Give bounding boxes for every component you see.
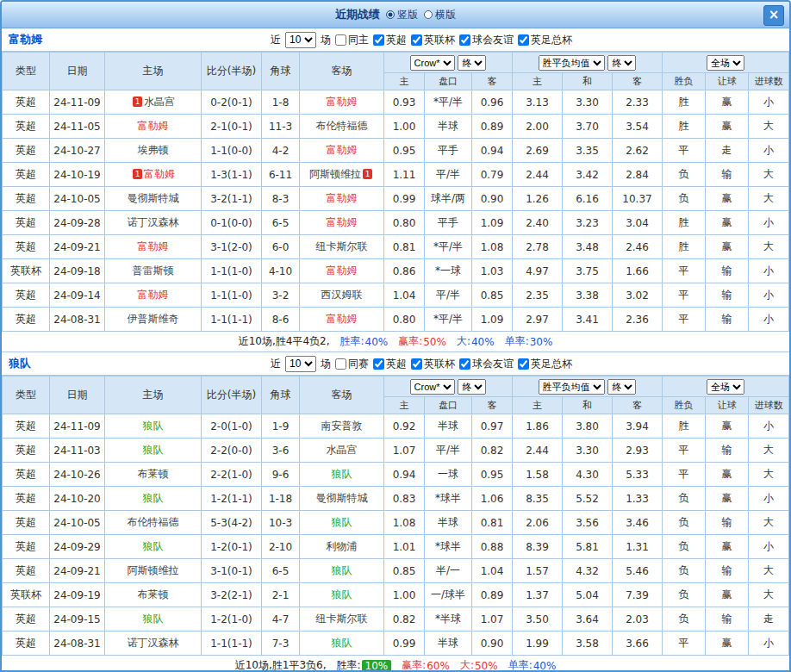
- recent-count-select[interactable]: 10: [285, 32, 316, 48]
- team-link[interactable]: 富勒姆: [138, 120, 169, 132]
- odds-time-select[interactable]: 终: [458, 55, 486, 71]
- team-link[interactable]: 水晶宫: [327, 444, 358, 456]
- team-link[interactable]: 布伦特福德: [316, 120, 368, 132]
- away-team-cell[interactable]: 狼队: [300, 583, 384, 607]
- team-link[interactable]: 狼队: [143, 492, 164, 504]
- home-team-cell[interactable]: 诺丁汉森林: [105, 632, 202, 656]
- away-team-cell[interactable]: 利物浦: [300, 535, 384, 559]
- team-link[interactable]: 富勒姆: [327, 313, 358, 325]
- team-link[interactable]: 狼队: [332, 588, 352, 600]
- league-filter-checkbox[interactable]: [518, 34, 529, 46]
- home-team-cell[interactable]: 狼队: [105, 414, 202, 439]
- away-team-cell[interactable]: 富勒姆: [300, 211, 384, 235]
- home-team-cell[interactable]: 埃弗顿: [105, 139, 202, 163]
- layout-radio-horizontal[interactable]: 横版: [424, 8, 456, 22]
- odds-time-select[interactable]: 终: [458, 379, 486, 395]
- team-link[interactable]: 诺丁汉森林: [128, 637, 179, 649]
- team-link[interactable]: 狼队: [143, 613, 164, 625]
- league-filter-checkbox[interactable]: [373, 34, 384, 46]
- team-link[interactable]: 伊普斯维奇: [128, 313, 179, 325]
- away-team-cell[interactable]: 富勒姆: [300, 187, 384, 211]
- league-filter[interactable]: 英足总杯: [518, 357, 572, 371]
- away-team-cell[interactable]: 富勒姆: [300, 90, 384, 115]
- away-team-cell[interactable]: 水晶宫: [300, 439, 384, 463]
- away-team-cell[interactable]: 南安普敦: [300, 414, 384, 439]
- team-link[interactable]: 南安普敦: [321, 420, 363, 432]
- bookmaker-select[interactable]: Crow*: [410, 379, 455, 395]
- home-team-cell[interactable]: 狼队: [105, 535, 202, 559]
- home-team-cell[interactable]: 布莱顿: [105, 583, 202, 607]
- score-cell[interactable]: 1-1(1-1): [202, 308, 262, 332]
- score-cell[interactable]: 1-1(1-1): [202, 632, 262, 656]
- team-link[interactable]: 富勒姆: [327, 264, 358, 277]
- team-link[interactable]: 狼队: [143, 420, 164, 432]
- away-team-cell[interactable]: 狼队: [300, 559, 384, 583]
- home-team-cell[interactable]: 伊普斯维奇: [105, 308, 202, 332]
- away-team-cell[interactable]: 纽卡斯尔联: [300, 235, 384, 259]
- score-cell[interactable]: 1-2(0-1): [202, 535, 262, 559]
- home-team-cell[interactable]: 狼队: [105, 607, 202, 632]
- away-team-cell[interactable]: 富勒姆: [300, 259, 384, 283]
- league-filter[interactable]: 球会友谊: [459, 33, 514, 47]
- team-link[interactable]: 纽卡斯尔联: [316, 613, 368, 625]
- league-filter-checkbox[interactable]: [518, 358, 529, 370]
- home-team-cell[interactable]: 1水晶宫: [105, 90, 202, 115]
- team-link[interactable]: 富勒姆: [327, 192, 358, 204]
- team-link[interactable]: 埃弗顿: [138, 144, 169, 156]
- team-link[interactable]: 富勒姆: [138, 289, 169, 301]
- avg-time-select[interactable]: 终: [607, 55, 636, 71]
- home-team-cell[interactable]: 1富勒姆: [105, 163, 202, 187]
- score-cell[interactable]: 2-2(1-0): [202, 463, 262, 487]
- league-filter-checkbox[interactable]: [459, 34, 470, 46]
- away-team-cell[interactable]: 狼队: [300, 463, 384, 487]
- team-link[interactable]: 富勒姆: [138, 240, 169, 252]
- bookmaker-select[interactable]: Crow*: [410, 55, 455, 71]
- home-team-cell[interactable]: 狼队: [105, 439, 202, 463]
- team-link[interactable]: 阿斯顿维拉: [128, 564, 179, 576]
- away-team-cell[interactable]: 布伦特福德: [300, 115, 384, 139]
- team-link[interactable]: 狼队: [332, 468, 352, 480]
- score-cell[interactable]: 1-3(1-1): [202, 163, 262, 187]
- same-competition-checkbox[interactable]: [335, 358, 346, 370]
- score-cell[interactable]: 1-2(1-0): [202, 607, 262, 632]
- score-cell[interactable]: 1-2(1-1): [202, 487, 262, 511]
- away-team-cell[interactable]: 富勒姆: [300, 308, 384, 332]
- home-team-cell[interactable]: 狼队: [105, 487, 202, 511]
- team-link[interactable]: 富勒姆: [327, 96, 358, 108]
- score-cell[interactable]: 1-1(1-0): [202, 259, 262, 283]
- team-link[interactable]: 水晶宫: [144, 96, 175, 108]
- team-link[interactable]: 富勒姆: [144, 168, 175, 180]
- same-venue-filter[interactable]: 同主: [335, 33, 369, 47]
- team-link[interactable]: 富勒姆: [327, 216, 358, 228]
- team-link[interactable]: 狼队: [332, 637, 352, 649]
- avg-time-select[interactable]: 终: [607, 379, 636, 395]
- score-cell[interactable]: 2-0(1-0): [202, 414, 262, 439]
- home-team-cell[interactable]: 诺丁汉森林: [105, 211, 202, 235]
- score-cell[interactable]: 3-2(1-1): [202, 187, 262, 211]
- home-team-cell[interactable]: 富勒姆: [105, 235, 202, 259]
- score-cell[interactable]: 3-1(0-1): [202, 559, 262, 583]
- team-link[interactable]: 诺丁汉森林: [128, 216, 179, 228]
- scope-select[interactable]: 全场: [707, 379, 744, 395]
- avg-type-select[interactable]: 胜平负均值: [539, 379, 605, 395]
- score-cell[interactable]: 5-3(4-2): [202, 511, 262, 535]
- score-cell[interactable]: 3-1(2-0): [202, 235, 262, 259]
- team-link[interactable]: 曼彻斯特城: [316, 492, 368, 504]
- team-link[interactable]: 普雷斯顿: [133, 264, 174, 277]
- team-link[interactable]: 狼队: [143, 444, 164, 456]
- league-filter[interactable]: 英足总杯: [518, 33, 572, 47]
- team-link[interactable]: 纽卡斯尔联: [316, 240, 368, 252]
- team-link[interactable]: 布莱顿: [138, 588, 169, 600]
- home-team-cell[interactable]: 布伦特福德: [105, 511, 202, 535]
- home-team-cell[interactable]: 阿斯顿维拉: [105, 559, 202, 583]
- close-button[interactable]: ×: [763, 5, 784, 26]
- score-cell[interactable]: 1-1(1-0): [202, 283, 262, 308]
- score-cell[interactable]: 2-1(0-1): [202, 115, 262, 139]
- team-link[interactable]: 狼队: [143, 540, 164, 552]
- score-cell[interactable]: 0-1(0-0): [202, 211, 262, 235]
- league-filter-checkbox[interactable]: [373, 358, 384, 370]
- score-cell[interactable]: 3-2(2-1): [202, 583, 262, 607]
- recent-count-select[interactable]: 10: [285, 356, 316, 372]
- away-team-cell[interactable]: 阿斯顿维拉1: [300, 163, 384, 187]
- league-filter-checkbox[interactable]: [411, 358, 422, 370]
